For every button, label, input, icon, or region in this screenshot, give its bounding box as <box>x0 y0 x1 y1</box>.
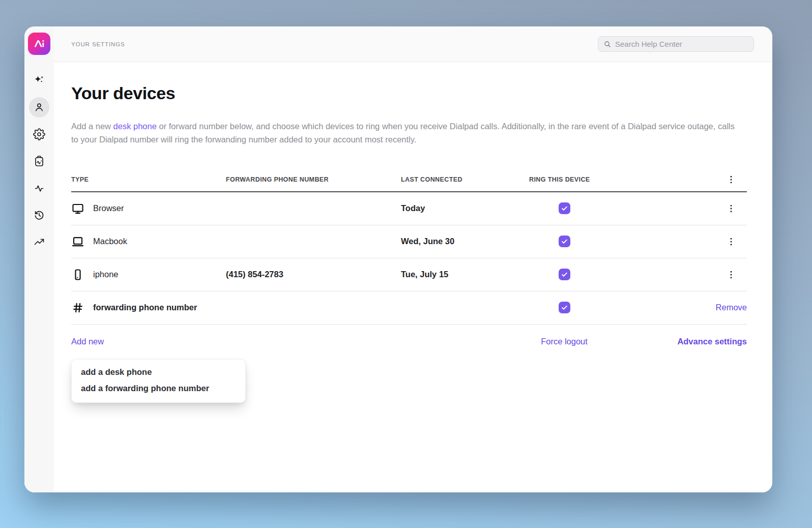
forwarding-number: (415) 854-2783 <box>226 270 401 279</box>
person-icon <box>33 101 45 113</box>
remove-link[interactable]: Remove <box>716 303 747 312</box>
hash-icon <box>71 301 84 314</box>
row-menu-button[interactable] <box>725 202 737 215</box>
col-header-type: TYPE <box>71 176 226 183</box>
menu-item-add-desk-phone[interactable]: add a desk phone <box>72 364 245 380</box>
intro-text-before: Add a new <box>71 122 113 131</box>
trending-up-icon <box>33 236 45 248</box>
table-actions-row: Add new Force logout Advance settings <box>71 325 747 355</box>
sidebar-item-analytics[interactable] <box>29 232 49 252</box>
sidebar-item-ai-notes[interactable] <box>29 151 49 171</box>
desk-phone-link[interactable]: desk phone <box>113 122 157 131</box>
main-panel: YOUR SETTINGS Your devices Add a new des… <box>54 26 772 492</box>
sidebar-item-history[interactable] <box>29 205 49 225</box>
app-window: YOUR SETTINGS Your devices Add a new des… <box>24 26 772 492</box>
intro-text-after: or forward number below, and choose whic… <box>71 122 735 144</box>
last-connected: Wed, June 30 <box>401 237 529 246</box>
page-title: Your devices <box>71 83 747 103</box>
check-icon <box>561 271 568 278</box>
ring-checkbox[interactable] <box>559 202 570 214</box>
ring-checkbox[interactable] <box>559 236 570 247</box>
check-icon <box>561 304 568 311</box>
ring-checkbox[interactable] <box>559 269 570 280</box>
table-row: iphone (415) 854-2783 Tue, July 15 <box>71 258 747 291</box>
device-name: iphone <box>93 270 119 279</box>
table-header-row: TYPE FORWARDING PHONE NUMBER LAST CONNEC… <box>71 168 747 192</box>
laptop-icon <box>71 235 84 248</box>
sidebar-item-profile[interactable] <box>29 97 49 118</box>
sidebar-item-settings[interactable] <box>29 124 49 144</box>
menu-item-add-forwarding-number[interactable]: add a forwarding phone number <box>72 380 245 397</box>
last-connected: Tue, July 15 <box>401 270 529 279</box>
sidebar-item-ai-sparkles[interactable] <box>29 70 49 91</box>
kebab-icon <box>726 237 736 247</box>
sparkles-icon <box>33 74 45 86</box>
col-header-forwarding: FORWARDING PHONE NUMBER <box>226 176 401 183</box>
device-name: forwarding phone number <box>93 303 197 312</box>
activity-icon <box>33 182 45 194</box>
kebab-icon <box>726 270 736 280</box>
breadcrumb: YOUR SETTINGS <box>71 41 125 47</box>
col-header-last-connected: LAST CONNECTED <box>401 176 529 183</box>
advance-settings-link[interactable]: Advance settings <box>677 337 747 346</box>
table-row: Browser Today <box>71 192 747 225</box>
ring-checkbox[interactable] <box>559 302 570 313</box>
row-menu-button[interactable] <box>725 236 737 248</box>
table-menu-button[interactable] <box>725 173 737 186</box>
table-row: forwarding phone number Remove <box>71 291 747 325</box>
intro-paragraph: Add a new desk phone or forward number b… <box>71 120 741 146</box>
search-box[interactable] <box>598 36 754 52</box>
sidebar <box>24 26 54 492</box>
dialpad-ai-logo[interactable] <box>28 33 50 55</box>
clipboard-ai-icon <box>33 155 45 167</box>
add-new-menu: add a desk phone add a forwarding phone … <box>71 359 246 403</box>
search-input[interactable] <box>615 40 748 48</box>
device-name: Macbook <box>93 237 127 246</box>
device-name: Browser <box>93 203 124 213</box>
sidebar-item-activity[interactable] <box>29 178 49 198</box>
devices-table: TYPE FORWARDING PHONE NUMBER LAST CONNEC… <box>71 168 747 325</box>
ai-logo-glyph <box>33 37 46 50</box>
smartphone-icon <box>71 268 84 281</box>
history-clock-icon <box>33 209 45 221</box>
check-icon <box>561 204 568 212</box>
add-new-link[interactable]: Add new <box>71 337 104 346</box>
row-menu-button[interactable] <box>725 269 737 281</box>
kebab-icon <box>726 174 736 185</box>
monitor-icon <box>71 202 84 215</box>
kebab-icon <box>726 203 736 214</box>
search-icon <box>603 40 612 48</box>
force-logout-link[interactable]: Force logout <box>541 337 588 346</box>
gear-icon <box>33 128 45 140</box>
sidebar-nav <box>29 70 49 252</box>
content-area: Your devices Add a new desk phone or for… <box>54 62 772 492</box>
last-connected: Today <box>401 203 529 213</box>
table-row: Macbook Wed, June 30 <box>71 225 747 258</box>
col-header-ring: RING THIS DEVICE <box>529 176 599 183</box>
topbar: YOUR SETTINGS <box>54 26 772 62</box>
check-icon <box>561 238 568 245</box>
